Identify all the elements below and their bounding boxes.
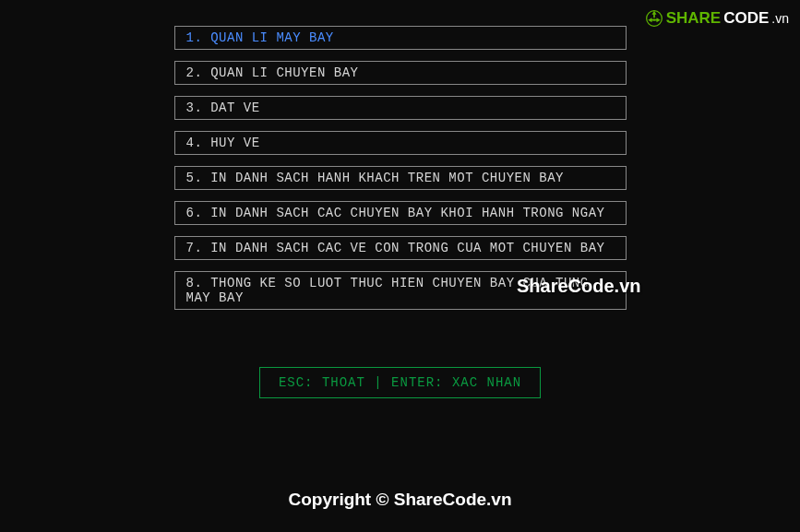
watermark-center: ShareCode.vn (517, 276, 640, 297)
menu-item-4[interactable]: 4. HUY VE (174, 131, 627, 155)
menu-item-7[interactable]: 7. IN DANH SACH CAC VE CON TRONG CUA MOT… (174, 236, 627, 260)
menu-item-2[interactable]: 2. QUAN LI CHUYEN BAY (174, 61, 627, 85)
logo-text-vn: .vn (771, 11, 789, 26)
menu-item-5[interactable]: 5. IN DANH SACH HANH KHACH TREN MOT CHUY… (174, 166, 627, 190)
logo-text-share: SHARE (666, 9, 722, 28)
copyright-text: Copyright © ShareCode.vn (0, 490, 800, 510)
recycle-icon (645, 9, 663, 28)
main-menu: 1. QUAN LI MAY BAY 2. QUAN LI CHUYEN BAY… (0, 0, 800, 398)
logo-text-code: CODE (723, 9, 769, 28)
logo-watermark-top: SHARECODE.vn (645, 9, 789, 28)
footer-instructions: ESC: THOAT | ENTER: XAC NHAN (259, 367, 541, 398)
menu-item-1[interactable]: 1. QUAN LI MAY BAY (174, 26, 627, 50)
menu-item-3[interactable]: 3. DAT VE (174, 96, 627, 120)
menu-item-6[interactable]: 6. IN DANH SACH CAC CHUYEN BAY KHOI HANH… (174, 201, 627, 225)
